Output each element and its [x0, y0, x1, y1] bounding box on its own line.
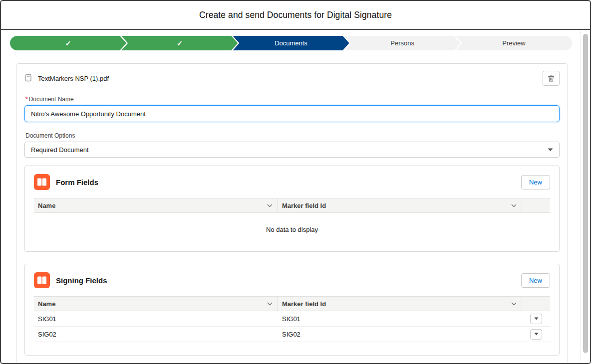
- delete-document-button[interactable]: [543, 71, 560, 86]
- cell-name: SIG01: [34, 315, 278, 323]
- form-fields-title: Form Fields: [56, 178, 98, 186]
- path-step-preview[interactable]: Preview: [456, 36, 572, 50]
- document-options-value: Required Document: [31, 146, 89, 154]
- path-step-persons[interactable]: Persons: [344, 36, 461, 50]
- modal-header: Create and send Documents for Digital Si…: [1, 1, 590, 30]
- table-row: SIG01 SIG01: [34, 311, 550, 327]
- row-actions-button[interactable]: [530, 314, 542, 324]
- select-caret-icon: [548, 148, 553, 152]
- row-actions-button[interactable]: [530, 329, 542, 340]
- modal-body: ✓ ✓ Documents Persons Preview: [1, 30, 590, 363]
- scrollbar-track[interactable]: [580, 30, 590, 363]
- document-card: TextMarkers NSP (1).pdf *Document Name: [16, 63, 568, 363]
- column-header-marker-field-id[interactable]: Marker field Id: [278, 198, 522, 212]
- form-fields-table-header: Name Marker field Id: [34, 198, 550, 213]
- cell-marker-field-id: SIG01: [278, 315, 522, 323]
- form-fields-header: Form Fields New: [34, 174, 550, 190]
- chevron-down-icon: [267, 302, 273, 306]
- signing-fields-icon: [34, 272, 50, 288]
- path-step-label: Documents: [275, 39, 307, 47]
- signing-fields-header: Signing Fields New: [34, 272, 550, 288]
- empty-state-text: No data to display: [34, 213, 550, 250]
- signing-fields-title: Signing Fields: [56, 276, 107, 285]
- path-step-label: Persons: [390, 39, 414, 47]
- check-icon: ✓: [177, 40, 183, 47]
- form-fields-new-button[interactable]: New: [521, 175, 550, 189]
- trash-icon: [548, 75, 555, 82]
- file-row: TextMarkers NSP (1).pdf: [24, 71, 560, 86]
- signing-fields-section: Signing Fields New Name Marker field Id: [24, 264, 560, 356]
- progress-path: ✓ ✓ Documents Persons Preview: [10, 36, 572, 50]
- cell-name: SIG02: [34, 331, 278, 338]
- check-icon: ✓: [65, 40, 71, 47]
- file-name: TextMarkers NSP (1).pdf: [38, 75, 109, 82]
- column-header-actions: [522, 297, 550, 311]
- dropdown-caret-icon: [534, 317, 539, 320]
- form-fields-table: Name Marker field Id: [34, 198, 550, 250]
- path-step-1-complete[interactable]: ✓: [10, 36, 126, 50]
- column-header-name[interactable]: Name: [34, 297, 278, 311]
- file-icon: [24, 74, 33, 83]
- form-fields-section: Form Fields New Name Marker field Id: [24, 166, 560, 252]
- signing-fields-new-button[interactable]: New: [521, 273, 550, 288]
- signing-fields-table-header: Name Marker field Id: [34, 296, 550, 311]
- table-row: SIG02 SIG02: [34, 327, 550, 342]
- chevron-down-icon: [511, 204, 517, 207]
- column-header-marker-field-id[interactable]: Marker field Id: [278, 297, 522, 311]
- path-step-label: Preview: [502, 39, 525, 47]
- column-header-name[interactable]: Name: [34, 198, 278, 212]
- cell-marker-field-id: SIG02: [278, 331, 522, 338]
- modal-title: Create and send Documents for Digital Si…: [199, 10, 392, 20]
- dropdown-caret-icon: [534, 333, 539, 336]
- form-fields-icon: [34, 174, 50, 190]
- path-step-2-complete[interactable]: ✓: [121, 36, 238, 50]
- path-step-documents[interactable]: Documents: [233, 36, 349, 50]
- document-name-label: *Document Name: [25, 96, 560, 103]
- chevron-down-icon: [511, 302, 517, 306]
- document-name-input[interactable]: [24, 105, 560, 122]
- column-header-actions: [522, 198, 550, 212]
- signing-fields-table: Name Marker field Id: [34, 296, 550, 342]
- modal-window: Create and send Documents for Digital Si…: [0, 0, 591, 364]
- scrollbar-thumb[interactable]: [583, 34, 588, 353]
- chevron-down-icon: [267, 204, 273, 207]
- document-options-label: Document Options: [25, 132, 560, 139]
- required-mark: *: [25, 96, 28, 103]
- document-options-select[interactable]: Required Document: [24, 142, 560, 158]
